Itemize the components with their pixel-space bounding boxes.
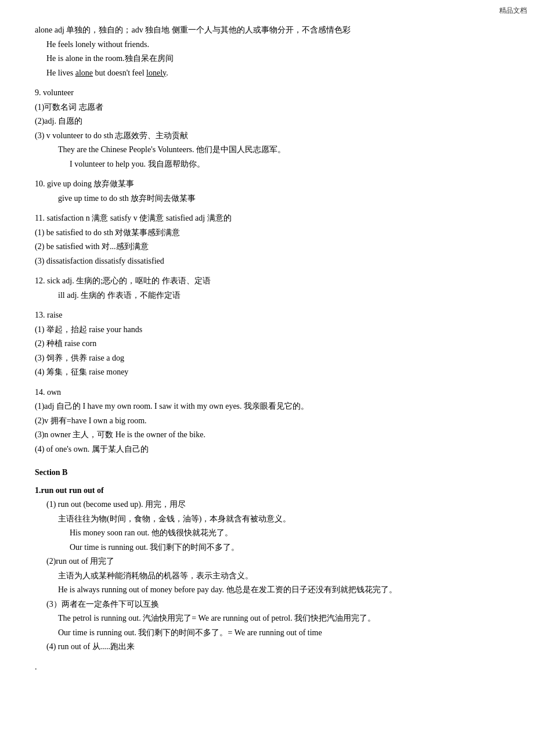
- satisfaction-item1: (1) be satisfied to do sth 对做某事感到满意: [35, 226, 499, 240]
- sick-number: 12. sick adj. 生病的;恶心的，呕吐的 作表语、定语: [35, 274, 499, 289]
- raise-item1: (1) 举起，抬起 raise your hands: [35, 323, 499, 337]
- alone-section: alone adj 单独的，独自的；adv 独自地 侧重一个人与其他的人或事物分…: [35, 23, 499, 80]
- alone-line3: He lives alone but doesn't feel lonely.: [35, 66, 499, 81]
- volunteer-item3: (3) v volunteer to do sth 志愿效劳、主动贡献: [35, 129, 499, 143]
- raise-section: 13. raise (1) 举起，抬起 raise your hands (2)…: [35, 308, 499, 380]
- section-b-header: Section B: [35, 466, 499, 480]
- watermark: 精品文档: [499, 5, 527, 16]
- run-out-item3-ex1: The petrol is running out. 汽油快用完了= We ar…: [35, 611, 499, 626]
- own-section: 14. own (1)adj 自己的 I have my own room. I…: [35, 386, 499, 457]
- page-content: alone adj 单独的，独自的；adv 独自地 侧重一个人与其他的人或事物分…: [35, 23, 499, 674]
- run-out-item1-desc: 主语往往为物(时间，食物，金钱，油等)，本身就含有被动意义。: [35, 512, 499, 527]
- own-item3: (3)n owner 主人，可数 He is the owner of the …: [35, 428, 499, 442]
- satisfaction-number: 11. satisfaction n 满意 satisfy v 使满意 sati…: [35, 211, 499, 226]
- volunteer-section: 9. volunteer (1)可数名词 志愿者 (2)adj. 自愿的 (3)…: [35, 86, 499, 171]
- volunteer-number: 9. volunteer: [35, 86, 499, 100]
- run-out-item2-desc: 主语为人或某种能消耗物品的机器等，表示主动含义。: [35, 569, 499, 584]
- volunteer-item1: (1)可数名词 志愿者: [35, 100, 499, 115]
- sick-section: 12. sick adj. 生病的;恶心的，呕吐的 作表语、定语 ill adj…: [35, 274, 499, 303]
- run-out-item1-ex2: Our time is running out. 我们剩下的时间不多了。: [35, 541, 499, 555]
- raise-item4: (4) 筹集，征集 raise money: [35, 365, 499, 380]
- alone-underline: alone: [75, 69, 93, 77]
- own-item1: (1)adj 自己的 I have my own room. I saw it …: [35, 399, 499, 414]
- run-out-number: 1.: [35, 486, 41, 495]
- volunteer-ex2: I volunteer to help you. 我自愿帮助你。: [35, 157, 499, 172]
- run-out-item3-ex2: Our time is running out. 我们剩下的时间不多了。= We…: [35, 626, 499, 640]
- alone-line2: He is alone in the room.独自呆在房间: [35, 52, 499, 66]
- alone-line3-mid: but doesn't feel: [93, 69, 146, 77]
- run-out-item2-ex1: He is always running out of money before…: [35, 583, 499, 597]
- own-item4: (4) of one's own. 属于某人自己的: [35, 442, 499, 457]
- run-out-title: 1.run out run out of: [35, 484, 499, 498]
- alone-line3-end: .: [166, 69, 168, 77]
- volunteer-ex1: They are the Chinese People's Volunteers…: [35, 143, 499, 157]
- raise-item2: (2) 种植 raise corn: [35, 337, 499, 351]
- volunteer-item2: (2)adj. 自愿的: [35, 114, 499, 129]
- own-item2: (2)v 拥有=have I own a big room.: [35, 414, 499, 429]
- giveup-number: 10. give up doing 放弃做某事: [35, 177, 499, 192]
- giveup-section: 10. give up doing 放弃做某事 give up time to …: [35, 177, 499, 206]
- alone-line1: He feels lonely without friends.: [35, 38, 499, 52]
- run-out-section: 1.run out run out of (1) run out (become…: [35, 484, 499, 654]
- run-out-item2-title: (2)run out of 用完了: [35, 555, 499, 569]
- run-out-item3-title: (3）两者在一定条件下可以互换: [35, 597, 499, 612]
- run-out-item1-title: (1) run out (become used up). 用完，用尽: [35, 498, 499, 512]
- satisfaction-section: 11. satisfaction n 满意 satisfy v 使满意 sati…: [35, 211, 499, 268]
- raise-item3: (3) 饲养，供养 raise a dog: [35, 351, 499, 366]
- run-out-title-text: run out run out of: [41, 486, 104, 495]
- raise-number: 13. raise: [35, 308, 499, 323]
- own-number: 14. own: [35, 386, 499, 400]
- section-b: Section B 1.run out run out of (1) run o…: [35, 466, 499, 674]
- satisfaction-item2: (2) be satisfied with 对...感到满意: [35, 240, 499, 254]
- run-out-item1-ex1: His money soon ran out. 他的钱很快就花光了。: [35, 526, 499, 541]
- sick-item1: ill adj. 生病的 作表语，不能作定语: [35, 289, 499, 303]
- alone-line3-start: He lives: [46, 69, 75, 77]
- alone-title: alone adj 单独的，独自的；adv 独自地 侧重一个人与其他的人或事物分…: [35, 23, 499, 38]
- dot: .: [35, 660, 499, 675]
- run-out-item4-title: (4) run out of 从.....跑出来: [35, 640, 499, 654]
- giveup-item1: give up time to do sth 放弃时间去做某事: [35, 192, 499, 206]
- satisfaction-item3: (3) dissatisfaction dissatisfy dissatisf…: [35, 254, 499, 269]
- lonely-underline: lonely: [146, 69, 166, 77]
